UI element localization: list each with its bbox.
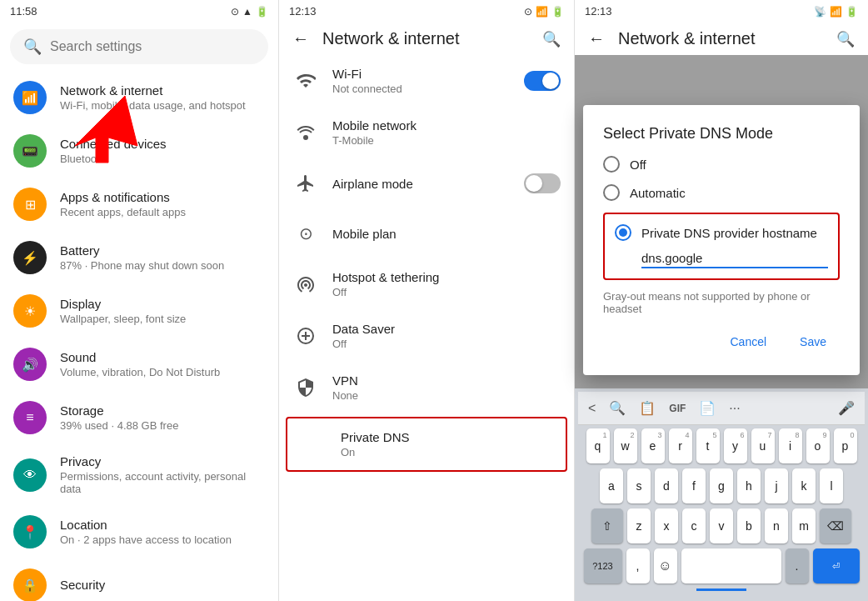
key-w[interactable]: w2: [614, 428, 637, 463]
sidebar-item-storage[interactable]: ≡ Storage 39% used · 4.88 GB free: [0, 391, 278, 444]
key-num-toggle[interactable]: ?123: [584, 548, 622, 583]
wifi-toggle-knob: [542, 73, 559, 89]
key-c[interactable]: c: [682, 508, 706, 543]
wifi-text: Wi-Fi Not connected: [332, 67, 511, 95]
key-r[interactable]: r4: [669, 428, 692, 463]
key-e[interactable]: e3: [641, 428, 665, 463]
privatedns-text: Private DNS On: [341, 430, 552, 458]
connected-title: Connected devices: [60, 137, 265, 151]
kb-emoji-board-icon[interactable]: 📋: [636, 397, 659, 419]
battery-icon-circle: ⚡: [13, 241, 47, 274]
save-button[interactable]: Save: [786, 328, 840, 355]
network-item-mobileplan[interactable]: ⊙ Mobile plan: [279, 208, 574, 258]
key-shift[interactable]: ⇧: [591, 508, 623, 543]
dns-option-auto[interactable]: Automatic: [603, 184, 840, 201]
key-z[interactable]: z: [627, 508, 651, 543]
network-item-datasaver[interactable]: Data Saver Off: [279, 310, 574, 362]
network-item-vpn[interactable]: VPN None: [279, 362, 574, 413]
search-button-3[interactable]: 🔍: [836, 30, 855, 48]
key-a[interactable]: a: [600, 468, 623, 503]
key-enter[interactable]: ⏎: [813, 548, 860, 583]
airplane-toggle-knob: [526, 175, 542, 192]
key-i[interactable]: i8: [779, 428, 802, 463]
key-emoji[interactable]: ☺: [654, 548, 677, 583]
key-b[interactable]: b: [737, 508, 761, 543]
display-icon: ☀: [13, 294, 47, 328]
network-list: Wi-Fi Not connected Mobile network T-Mob…: [279, 55, 574, 601]
dns-auto-label: Automatic: [630, 186, 686, 200]
sidebar-item-sound[interactable]: 🔊 Sound Volume, vibration, Do Not Distur…: [0, 338, 278, 391]
key-t[interactable]: t5: [696, 428, 720, 463]
key-g[interactable]: g: [710, 468, 733, 503]
network-panel: 12:13 ⊙ 📶 🔋 ← Network & internet 🔍 Wi-Fi…: [279, 0, 575, 601]
key-space[interactable]: [681, 548, 781, 583]
vpn-text: VPN None: [332, 373, 561, 402]
sidebar-item-privacy[interactable]: 👁 Privacy Permissions, account activity,…: [0, 444, 278, 505]
wifi-toggle[interactable]: [524, 71, 561, 91]
sidebar-item-location[interactable]: 📍 Location On · 2 apps have access to lo…: [0, 505, 278, 558]
sidebar-item-display[interactable]: ☀ Display Wallpaper, sleep, font size: [0, 284, 278, 338]
search-input-label[interactable]: Search settings: [50, 39, 142, 54]
network-item-mobile[interactable]: Mobile network T-Mobile: [279, 107, 574, 158]
wifi-title: Wi-Fi: [332, 67, 511, 81]
key-s[interactable]: s: [627, 468, 651, 503]
back-button-2[interactable]: ←: [292, 29, 309, 48]
key-n[interactable]: n: [765, 508, 788, 543]
dns-option-off[interactable]: Off: [603, 156, 840, 173]
key-period[interactable]: .: [786, 548, 809, 583]
datasaver-icon: [292, 323, 319, 349]
key-m[interactable]: m: [792, 508, 816, 543]
network-item-privatedns[interactable]: Private DNS On: [286, 417, 567, 472]
key-d[interactable]: d: [655, 468, 678, 503]
sidebar-item-apps[interactable]: ⊞ Apps & notifications Recent apps, defa…: [0, 178, 278, 231]
key-o[interactable]: o9: [806, 428, 830, 463]
status-icons-2: ⊙ 📶 🔋: [524, 6, 564, 18]
sidebar-item-connected[interactable]: 📟 Connected devices Bluetooth: [0, 124, 278, 178]
network-text: Network & internet Wi-Fi, mobile, data u…: [60, 83, 265, 112]
key-p[interactable]: p0: [834, 428, 857, 463]
apps-subtitle: Recent apps, default apps: [60, 206, 265, 218]
key-h[interactable]: h: [737, 468, 761, 503]
key-x[interactable]: x: [655, 508, 678, 543]
search-bar[interactable]: 🔍 Search settings: [10, 29, 268, 64]
key-y[interactable]: y6: [724, 428, 747, 463]
security-text: Security: [60, 578, 265, 593]
sidebar-item-battery[interactable]: ⚡ Battery 87% · Phone may shut down soon: [0, 231, 278, 284]
apps-text: Apps & notifications Recent apps, defaul…: [60, 190, 265, 218]
key-k[interactable]: k: [792, 468, 816, 503]
airplane-text: Airplane mode: [332, 177, 511, 191]
key-comma[interactable]: ,: [626, 548, 650, 583]
key-l[interactable]: l: [820, 468, 843, 503]
airplane-toggle[interactable]: [524, 173, 561, 193]
network-item-wifi[interactable]: Wi-Fi Not connected: [279, 55, 574, 107]
mobile-subtitle: T-Mobile: [332, 134, 561, 147]
sound-subtitle: Volume, vibration, Do Not Disturb: [60, 366, 265, 378]
sidebar-item-network[interactable]: 📶 Network & internet Wi-Fi, mobile, data…: [0, 71, 278, 124]
key-row-1: q1 w2 e3 r4 t5 y6 u7 i8 o9 p0: [580, 428, 863, 463]
airplane-title: Airplane mode: [332, 177, 511, 191]
back-button-3[interactable]: ←: [588, 29, 605, 48]
network-item-hotspot[interactable]: Hotspot & tethering Off: [279, 258, 574, 310]
kb-back-icon[interactable]: <: [585, 398, 599, 419]
cancel-button[interactable]: Cancel: [716, 328, 780, 355]
airplane-icon: [292, 170, 319, 197]
kb-gif-icon[interactable]: GIF: [666, 399, 689, 418]
kb-clipboard-icon[interactable]: 📄: [696, 397, 719, 419]
kb-search-icon[interactable]: 🔍: [606, 397, 629, 419]
vpn-icon: [292, 374, 319, 401]
key-f[interactable]: f: [682, 468, 706, 503]
key-q[interactable]: q1: [586, 428, 610, 463]
key-v[interactable]: v: [710, 508, 733, 543]
dns-hostname-input[interactable]: [641, 249, 828, 268]
kb-more-icon[interactable]: ···: [726, 398, 743, 419]
sidebar-item-security[interactable]: 🔒 Security: [0, 558, 278, 601]
mobile-network-icon: [292, 119, 319, 146]
kb-mic-icon[interactable]: 🎤: [835, 397, 858, 419]
key-j[interactable]: j: [765, 468, 788, 503]
speaker-icon: 🔊: [22, 357, 38, 373]
network-item-airplane[interactable]: Airplane mode: [279, 158, 574, 208]
storage-text: Storage 39% used · 4.88 GB free: [60, 403, 265, 432]
key-backspace[interactable]: ⌫: [820, 508, 851, 543]
search-button-2[interactable]: 🔍: [542, 30, 561, 48]
key-u[interactable]: u7: [751, 428, 775, 463]
